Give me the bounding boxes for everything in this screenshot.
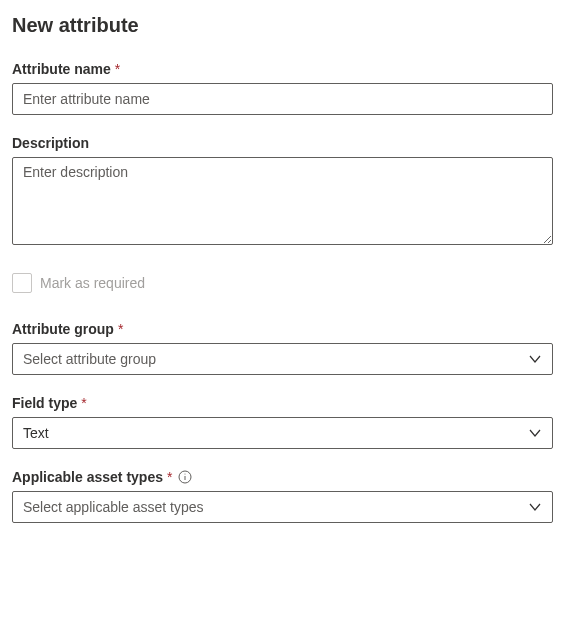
attribute-name-input[interactable]	[12, 83, 553, 115]
required-indicator: *	[118, 321, 123, 337]
description-label-text: Description	[12, 135, 89, 151]
applicable-asset-types-dropdown[interactable]: Select applicable asset types	[12, 491, 553, 523]
chevron-down-icon	[528, 426, 542, 440]
attribute-name-label: Attribute name *	[12, 61, 553, 77]
description-label: Description	[12, 135, 553, 151]
attribute-group-dropdown[interactable]: Select attribute group	[12, 343, 553, 375]
mark-required-label: Mark as required	[40, 275, 145, 291]
description-input[interactable]	[12, 157, 553, 245]
field-type-label-text: Field type	[12, 395, 77, 411]
page-title: New attribute	[12, 14, 553, 37]
chevron-down-icon	[528, 352, 542, 366]
mark-required-row: Mark as required	[12, 273, 553, 293]
attribute-group-placeholder: Select attribute group	[23, 351, 156, 367]
applicable-asset-types-label-text: Applicable asset types	[12, 469, 163, 485]
applicable-asset-types-label: Applicable asset types *	[12, 469, 553, 485]
svg-point-2	[185, 474, 186, 475]
required-indicator: *	[167, 469, 172, 485]
required-indicator: *	[115, 61, 120, 77]
attribute-name-label-text: Attribute name	[12, 61, 111, 77]
field-type-dropdown[interactable]: Text	[12, 417, 553, 449]
info-icon[interactable]	[178, 470, 192, 484]
chevron-down-icon	[528, 500, 542, 514]
required-indicator: *	[81, 395, 86, 411]
field-attribute-name: Attribute name *	[12, 61, 553, 115]
field-type-label: Field type *	[12, 395, 553, 411]
attribute-group-label: Attribute group *	[12, 321, 553, 337]
field-attribute-group: Attribute group * Select attribute group	[12, 321, 553, 375]
field-field-type: Field type * Text	[12, 395, 553, 449]
attribute-group-label-text: Attribute group	[12, 321, 114, 337]
mark-required-checkbox[interactable]	[12, 273, 32, 293]
field-type-value: Text	[23, 425, 49, 441]
field-applicable-asset-types: Applicable asset types * Select applicab…	[12, 469, 553, 523]
applicable-asset-types-placeholder: Select applicable asset types	[23, 499, 204, 515]
field-description: Description	[12, 135, 553, 249]
